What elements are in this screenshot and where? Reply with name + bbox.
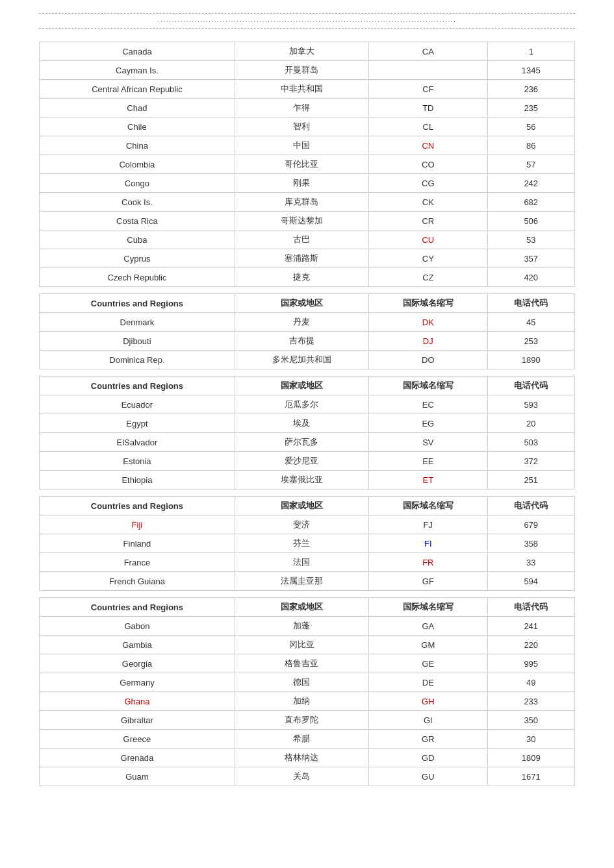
country-en: Georgia [40, 654, 235, 673]
country-code: CR [369, 212, 487, 230]
phone-code: 995 [487, 654, 575, 673]
phone-code: 358 [487, 534, 575, 553]
country-cn: 法国 [235, 553, 368, 572]
table-row: Congo 刚果 CG 242 [40, 174, 575, 193]
country-cn: 格林纳达 [235, 749, 368, 767]
country-en: Ghana [40, 692, 235, 711]
country-cn: 哥斯达黎加 [235, 212, 368, 230]
country-cn: 塞浦路斯 [235, 249, 368, 268]
table-row: Ecuador 厄瓜多尔 EC 593 [40, 395, 575, 414]
header-col4: 电话代码 [487, 497, 575, 515]
header-col1: Countries and Regions [40, 598, 235, 617]
country-en: Guam [40, 767, 235, 786]
phone-code: 220 [487, 636, 575, 654]
country-cn: 法属圭亚那 [235, 572, 368, 591]
main-table: Canada 加拿大 CA 1 Cayman Is. 开曼群岛 1345 Cen… [39, 42, 575, 786]
table-row: Gabon 加蓬 GA 241 [40, 617, 575, 636]
table-row: Cyprus 塞浦路斯 CY 357 [40, 249, 575, 268]
country-cn: 埃塞俄比亚 [235, 471, 368, 490]
phone-code: 503 [487, 433, 575, 452]
country-code: CL [369, 118, 487, 136]
country-code: FJ [369, 515, 487, 534]
phone-code: 593 [487, 395, 575, 414]
table-row: Greece 希腊 GR 30 [40, 730, 575, 749]
table-row: Czech Republic 捷克 CZ 420 [40, 268, 575, 287]
table-row: Dominica Rep. 多米尼加共和国 DO 1890 [40, 351, 575, 369]
phone-code: 420 [487, 268, 575, 287]
header-col3: 国际域名缩写 [369, 497, 487, 515]
country-code: GI [369, 711, 487, 730]
country-en: Gambia [40, 636, 235, 654]
country-code: GF [369, 572, 487, 591]
table-row: Egypt 埃及 EG 20 [40, 414, 575, 433]
country-code: GH [369, 692, 487, 711]
phone-code: 233 [487, 692, 575, 711]
country-en: Greece [40, 730, 235, 749]
country-en: Gibraltar [40, 711, 235, 730]
table-row: Estonia 爱沙尼亚 EE 372 [40, 452, 575, 471]
header-col2: 国家或地区 [235, 598, 368, 617]
country-code: GR [369, 730, 487, 749]
country-cn: 哥伦比亚 [235, 155, 368, 174]
phone-code: 49 [487, 673, 575, 692]
country-cn: 芬兰 [235, 534, 368, 553]
country-cn: 古巴 [235, 230, 368, 249]
country-code: EC [369, 395, 487, 414]
table-row: ElSalvador 萨尔瓦多 SV 503 [40, 433, 575, 452]
section-header-G: Countries and Regions 国家或地区 国际域名缩写 电话代码 [40, 598, 575, 617]
header-col1: Countries and Regions [40, 497, 235, 515]
table-row: Fiji 斐济 FJ 679 [40, 515, 575, 534]
country-cn: 智利 [235, 118, 368, 136]
country-en: Gabon [40, 617, 235, 636]
country-en: China [40, 136, 235, 155]
country-code: FR [369, 553, 487, 572]
header-col2: 国家或地区 [235, 377, 368, 395]
country-cn: 斐济 [235, 515, 368, 534]
country-cn: 格鲁吉亚 [235, 654, 368, 673]
country-cn: 萨尔瓦多 [235, 433, 368, 452]
country-code: CA [369, 42, 487, 61]
country-cn: 加拿大 [235, 42, 368, 61]
section-header-D: Countries and Regions 国家或地区 国际域名缩写 电话代码 [40, 294, 575, 313]
phone-code: 1809 [487, 749, 575, 767]
table-row: Ghana 加纳 GH 233 [40, 692, 575, 711]
country-code: CY [369, 249, 487, 268]
phone-code: 30 [487, 730, 575, 749]
table-row: Gambia 冈比亚 GM 220 [40, 636, 575, 654]
country-en: Estonia [40, 452, 235, 471]
table-row: Central African Republic 中非共和国 CF 236 [40, 80, 575, 99]
country-cn: 乍得 [235, 99, 368, 118]
country-cn: 希腊 [235, 730, 368, 749]
country-en: Chile [40, 118, 235, 136]
country-code: GU [369, 767, 487, 786]
phone-code: 372 [487, 452, 575, 471]
country-en: Cook Is. [40, 193, 235, 212]
country-code: SV [369, 433, 487, 452]
country-cn: 中国 [235, 136, 368, 155]
country-code: DO [369, 351, 487, 369]
phone-code: 594 [487, 572, 575, 591]
phone-code: 1345 [487, 61, 575, 80]
country-cn: 捷克 [235, 268, 368, 287]
header-col3: 国际域名缩写 [369, 598, 487, 617]
phone-code: 235 [487, 99, 575, 118]
country-code: TD [369, 99, 487, 118]
phone-code: 506 [487, 212, 575, 230]
country-en: Finland [40, 534, 235, 553]
table-row: Germany 德国 DE 49 [40, 673, 575, 692]
country-code: CU [369, 230, 487, 249]
country-cn: 德国 [235, 673, 368, 692]
phone-code: 251 [487, 471, 575, 490]
table-row: Georgia 格鲁吉亚 GE 995 [40, 654, 575, 673]
table-row: Denmark 丹麦 DK 45 [40, 313, 575, 332]
country-code: GE [369, 654, 487, 673]
table-row: France 法国 FR 33 [40, 553, 575, 572]
country-cn: 中非共和国 [235, 80, 368, 99]
country-en: Denmark [40, 313, 235, 332]
country-en: Djibouti [40, 332, 235, 351]
phone-code: 236 [487, 80, 575, 99]
header-col4: 电话代码 [487, 598, 575, 617]
country-en: Germany [40, 673, 235, 692]
country-cn: 加纳 [235, 692, 368, 711]
country-en: Dominica Rep. [40, 351, 235, 369]
